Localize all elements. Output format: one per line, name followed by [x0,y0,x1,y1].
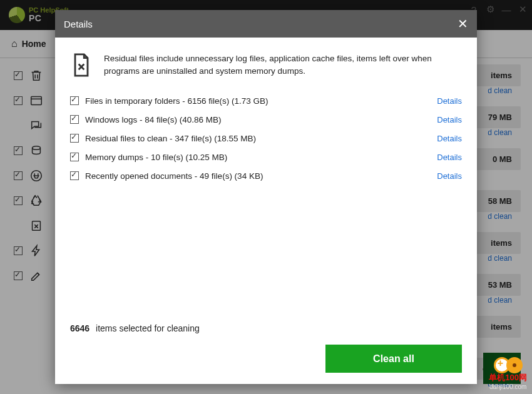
checkbox[interactable] [70,153,79,161]
details-link[interactable]: Details [437,153,462,162]
detail-item-row: Residual files to clean - 347 file(s) (1… [70,129,462,148]
document-x-icon [70,53,93,80]
details-dialog: Details ✕ Residual files include unneces… [55,10,477,384]
selection-count: 6646 [70,323,90,333]
watermark-badge: 单机100网 danji100.com [489,357,527,390]
checkbox[interactable] [70,134,79,143]
details-link[interactable]: Details [437,115,462,124]
dialog-description: Residual files include unnecessary log f… [104,53,462,80]
watermark-dot-icon [506,357,523,373]
detail-item-row: Memory dumps - 10 file(s) (10.25 MB)Deta… [70,148,462,166]
dialog-header: Details ✕ [55,10,477,38]
detail-item-label: Memory dumps - 10 file(s) (10.25 MB) [85,153,437,162]
clean-all-button[interactable]: Clean all [325,345,462,373]
watermark-text-1: 单机100网 [489,372,527,383]
details-link[interactable]: Details [437,134,462,143]
close-icon[interactable]: ✕ [458,16,468,31]
detail-item-row: Recently opened documents - 49 file(s) (… [70,166,462,185]
dialog-title: Details [64,19,93,29]
detail-item-label: Recently opened documents - 49 file(s) (… [85,171,437,181]
detail-item-row: Files in temporary folders - 6156 file(s… [70,91,462,110]
detail-item-label: Residual files to clean - 347 file(s) (1… [85,134,437,143]
detail-item-label: Files in temporary folders - 6156 file(s… [85,96,437,106]
detail-item-row: Windows logs - 84 file(s) (40.86 MB)Deta… [70,110,462,129]
checkbox[interactable] [70,115,79,124]
selection-summary-text: items selected for cleaning [96,323,200,333]
watermark-text-2: danji100.com [489,383,526,390]
selection-summary: 6646 items selected for cleaning [70,323,462,333]
details-link[interactable]: Details [437,171,462,181]
checkbox[interactable] [70,171,79,180]
details-link[interactable]: Details [437,96,462,106]
detail-item-label: Windows logs - 84 file(s) (40.86 MB) [85,115,437,124]
checkbox[interactable] [70,96,79,105]
